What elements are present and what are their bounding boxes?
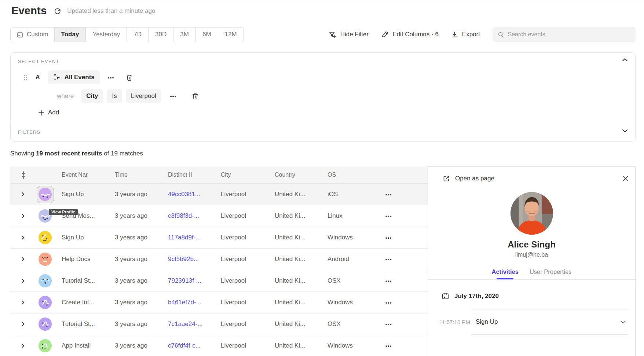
header-distinct-id[interactable]: Distinct II [163, 172, 216, 178]
user-avatar[interactable] [39, 318, 52, 331]
tab-user-properties[interactable]: User Properties [530, 268, 572, 279]
range-custom[interactable]: Custom [11, 27, 54, 42]
profile-photo [510, 192, 553, 235]
delete-where-button[interactable] [191, 92, 199, 100]
results-summary: Showing 19 most recent results of 19 mat… [10, 150, 143, 157]
range-7d[interactable]: 7D [127, 27, 148, 42]
export-label: Export [462, 31, 480, 38]
distinct-id-link[interactable]: 117a8d9f-... [163, 234, 216, 241]
avatar-hover-frame[interactable] [37, 186, 54, 203]
event-letter: A [36, 74, 40, 81]
header-time[interactable]: Time [110, 172, 163, 178]
country-cell: United Ki... [270, 299, 322, 306]
distinct-id-link[interactable]: 49cc0381... [163, 191, 216, 198]
range-30d[interactable]: 30D [148, 27, 173, 42]
plus-icon [39, 110, 44, 115]
chevron-down-icon [621, 320, 626, 324]
operator-chip[interactable]: Is [107, 89, 122, 103]
results-count: 19 most recent results [36, 150, 102, 157]
range-yesterday[interactable]: Yesterday [85, 27, 127, 42]
distinct-id-link[interactable]: 7923913f-... [163, 277, 216, 285]
user-avatar[interactable] [39, 339, 52, 352]
chevron-right-icon [21, 235, 25, 240]
range-label: Today [61, 31, 79, 38]
distinct-id-link[interactable]: c76fdf4f-c... [163, 342, 216, 349]
os-cell: Windows [322, 234, 380, 241]
range-12m[interactable]: 12M [218, 27, 244, 42]
time-cell: 3 years ago [110, 320, 163, 328]
expand-filters-button[interactable] [622, 129, 628, 133]
chevron-right-icon [21, 300, 25, 305]
where-clause-row: where City Is Liverpool ••• [57, 89, 628, 103]
chevron-down-icon [622, 129, 628, 133]
close-icon [622, 176, 628, 181]
chevron-right-icon [21, 257, 25, 262]
select-event-section: SELECT EVENT A [11, 53, 635, 116]
page-title: Events [11, 5, 47, 17]
user-avatar[interactable] [39, 296, 52, 309]
user-avatar[interactable] [39, 188, 52, 201]
distinct-id-link[interactable]: c3f98f3d-... [163, 212, 216, 220]
event-selector-chip[interactable]: All Events [48, 70, 100, 84]
range-label: 12M [225, 31, 237, 38]
row-expander[interactable] [10, 278, 34, 283]
close-panel-button[interactable] [622, 176, 628, 181]
header-os[interactable]: OS [322, 172, 380, 178]
header-city[interactable]: City [216, 172, 270, 178]
tab-activities[interactable]: Activities [492, 268, 519, 279]
delete-event-button[interactable] [125, 74, 133, 81]
panel-header: Open as page [428, 167, 635, 182]
range-3m[interactable]: 3M [173, 27, 195, 42]
event-options-button[interactable]: ••• [108, 75, 114, 80]
refresh-button[interactable] [54, 7, 61, 15]
drag-handle-icon [23, 74, 28, 81]
chevron-right-icon [21, 343, 25, 348]
where-options-button[interactable]: ••• [170, 93, 177, 99]
filters-section[interactable]: FILTERS [11, 123, 635, 141]
row-expander[interactable] [10, 343, 34, 348]
collapse-rows-button[interactable] [10, 171, 34, 179]
city-cell: Liverpool [216, 191, 270, 198]
collapse-section-button[interactable] [622, 58, 628, 62]
user-avatar[interactable] [39, 274, 52, 287]
edit-columns-label: Edit Columns · 6 [392, 31, 439, 38]
export-button[interactable]: Export [451, 31, 480, 38]
activity-event-expander[interactable]: Sign Up [471, 309, 628, 335]
results-prefix: Showing [10, 150, 36, 157]
range-6m[interactable]: 6M [195, 27, 218, 42]
value-chip[interactable]: Liverpool [126, 89, 161, 103]
os-cell: OSX [322, 320, 380, 328]
row-expander[interactable] [10, 192, 34, 197]
pencil-icon [381, 31, 388, 38]
hide-filter-button[interactable]: Hide Filter [329, 31, 369, 38]
edit-columns-button[interactable]: Edit Columns · 6 [381, 31, 439, 38]
user-avatar[interactable] [39, 231, 52, 244]
distinct-id-link[interactable]: b461ef7d-... [163, 299, 216, 306]
user-avatar[interactable] [39, 253, 52, 266]
profile-panel: Open as page [428, 166, 636, 356]
add-clause-button[interactable]: Add [39, 109, 59, 116]
os-cell: Linux [322, 212, 380, 220]
city-cell: Liverpool [216, 342, 270, 349]
row-expander[interactable] [10, 322, 34, 327]
open-as-page-label: Open as page [455, 175, 494, 182]
os-cell: Windows [322, 342, 380, 349]
property-chip[interactable]: City [81, 89, 103, 103]
calendar-icon [17, 31, 23, 38]
profile-name: Alice Singh [428, 239, 635, 250]
country-cell: United Ki... [270, 342, 322, 349]
row-expander[interactable] [10, 257, 34, 262]
range-today[interactable]: Today [54, 27, 86, 42]
open-as-page-button[interactable]: Open as page [443, 175, 494, 182]
search-input[interactable] [508, 31, 630, 38]
row-expander[interactable] [10, 300, 34, 305]
drag-handle[interactable] [23, 74, 28, 81]
row-expander[interactable] [10, 235, 34, 240]
activity-date-row: July 17th, 2020 [442, 292, 635, 300]
row-expander[interactable] [10, 213, 34, 219]
distinct-id-link[interactable]: 9cf5b92b... [163, 256, 216, 263]
header-country[interactable]: Country [270, 172, 322, 178]
time-cell: 3 years ago [110, 299, 163, 306]
header-event-name[interactable]: Event Nar [56, 172, 110, 178]
distinct-id-link[interactable]: 7c1aae24-... [163, 320, 216, 328]
